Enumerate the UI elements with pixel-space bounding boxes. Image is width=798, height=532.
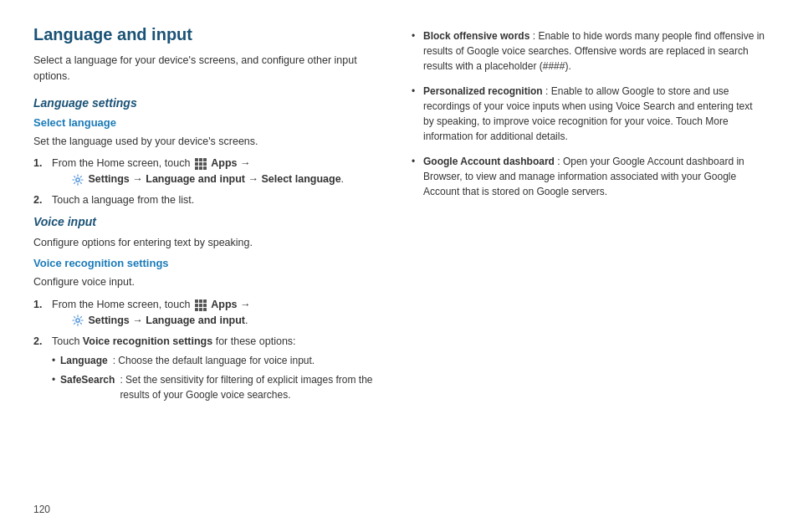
settings-gear-icon-1: [72, 174, 84, 186]
select-language-steps: 1. From the Home screen, touch Apps →: [33, 156, 386, 207]
voice-step-2-content: Touch Voice recognition settings for the…: [52, 334, 386, 407]
svg-point-0: [76, 178, 79, 182]
section-title-voice: Voice input: [33, 215, 386, 228]
intro-text: Select a language for your device's scre…: [33, 53, 386, 84]
block-offensive-label: Block offensive words: [423, 30, 529, 42]
voice-step-1-line2: Settings → Language and input.: [52, 315, 248, 326]
step-1-content: From the Home screen, touch Apps →: [52, 156, 386, 187]
subsection-voice-recognition: Voice recognition settings: [33, 257, 386, 269]
step-1-prefix: From the Home screen, touch: [52, 157, 193, 169]
language-label: Language: [60, 353, 108, 368]
voice-step-1-num: 1.: [33, 297, 47, 329]
voice-step-1-content: From the Home screen, touch Apps →: [52, 297, 386, 329]
subsection-select-language: Select language: [33, 116, 386, 129]
section-title-language: Language settings: [33, 96, 386, 110]
step-1-language: 1. From the Home screen, touch Apps →: [33, 156, 386, 187]
step-1-apps: Apps →: [211, 157, 250, 169]
voice-step-1-apps: Apps →: [211, 299, 250, 310]
voice-options-list: Language: Choose the default language fo…: [52, 353, 386, 402]
right-column: Block offensive words : Enable to hide w…: [412, 25, 765, 494]
voice-input-body: Configure options for entering text by s…: [33, 235, 386, 251]
apps-grid-icon-2: [195, 299, 207, 311]
page-container: Language and input Select a language for…: [0, 0, 798, 532]
page-footer: 120: [33, 494, 765, 515]
step-2-language: 2. Touch a language from the list.: [33, 192, 386, 208]
voice-step-2-suffix: for these options:: [212, 335, 295, 347]
page-number: 120: [33, 504, 50, 515]
voice-step-2-num: 2.: [33, 334, 47, 407]
safesearch-option: SafeSearch: Set the sensitivity for filt…: [52, 372, 386, 402]
personalized-recognition-label: Personalized recognition: [423, 85, 543, 97]
content-area: Language and input Select a language for…: [33, 25, 765, 494]
personalized-recognition-item: Personalized recognition : Enable to all…: [412, 84, 765, 144]
apps-grid-icon-1: [195, 158, 207, 170]
step-2-voice: 2. Touch Voice recognition settings for …: [33, 334, 386, 407]
google-account-item: Google Account dashboard : Open your Goo…: [412, 154, 765, 199]
safesearch-text: : Set the sensitivity for filtering of e…: [120, 372, 386, 402]
step-2-num: 2.: [33, 192, 47, 208]
voice-recognition-body: Configure voice input.: [33, 274, 386, 290]
select-language-body: Set the language used by your device's s…: [33, 134, 386, 150]
step-1-num: 1.: [33, 156, 47, 187]
voice-step-1-settings-path: Settings → Language and input: [88, 315, 245, 326]
voice-recognition-steps: 1. From the Home screen, touch Apps →: [33, 297, 386, 407]
step-1-settings-path: Settings → Language and input → Select l…: [88, 173, 340, 185]
safesearch-label: SafeSearch: [60, 372, 115, 402]
language-option: Language: Choose the default language fo…: [52, 353, 386, 368]
voice-step-1-prefix: From the Home screen, touch: [52, 299, 193, 310]
step-2-content: Touch a language from the list.: [52, 192, 386, 208]
step-1-line2: Settings → Language and input → Select l…: [52, 173, 344, 185]
svg-point-1: [76, 319, 79, 322]
voice-step-2-prefix: Touch: [52, 335, 83, 347]
language-text: : Choose the default language for voice …: [113, 353, 315, 368]
right-bullet-list: Block offensive words : Enable to hide w…: [412, 28, 765, 199]
voice-recognition-settings-bold: Voice recognition settings: [83, 335, 212, 347]
step-1-voice: 1. From the Home screen, touch Apps →: [33, 297, 386, 329]
page-title: Language and input: [33, 25, 386, 44]
google-account-label: Google Account dashboard: [423, 156, 555, 167]
settings-gear-icon-2: [72, 315, 84, 326]
left-column: Language and input Select a language for…: [33, 25, 386, 494]
block-offensive-item: Block offensive words : Enable to hide w…: [412, 28, 765, 74]
